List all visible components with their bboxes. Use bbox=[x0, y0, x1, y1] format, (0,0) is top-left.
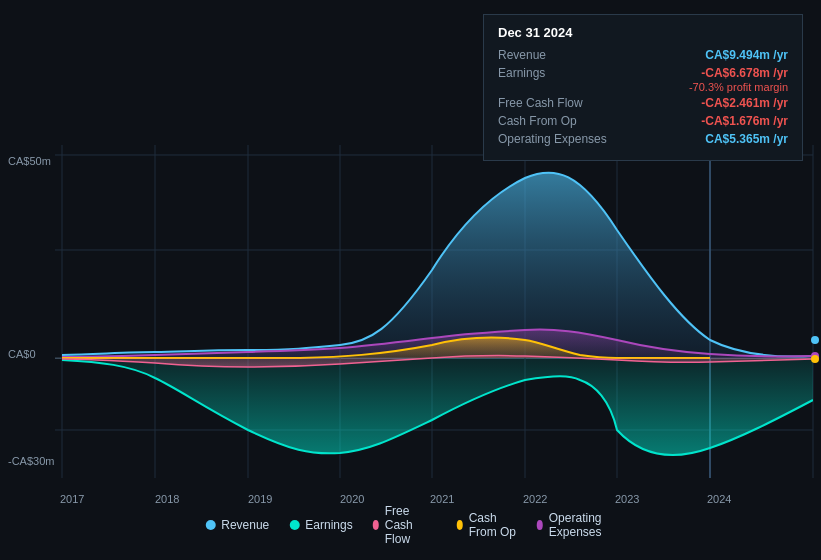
tooltip-row-fcf: Free Cash Flow -CA$2.461m /yr bbox=[498, 96, 788, 110]
legend-dot-opex bbox=[537, 520, 543, 530]
tooltip-row-opex: Operating Expenses CA$5.365m /yr bbox=[498, 132, 788, 146]
legend-label-fcf: Free Cash Flow bbox=[385, 504, 437, 546]
tooltip-label-fcf: Free Cash Flow bbox=[498, 96, 618, 110]
tooltip-value-revenue: CA$9.494m /yr bbox=[705, 48, 788, 62]
tooltip-value-opex: CA$5.365m /yr bbox=[705, 132, 788, 146]
data-tooltip: Dec 31 2024 Revenue CA$9.494m /yr Earnin… bbox=[483, 14, 803, 161]
legend-dot-fcf bbox=[373, 520, 379, 530]
tooltip-date: Dec 31 2024 bbox=[498, 25, 788, 40]
legend-dot-earnings bbox=[289, 520, 299, 530]
legend-dot-revenue bbox=[205, 520, 215, 530]
chart-legend: Revenue Earnings Free Cash Flow Cash Fro… bbox=[205, 504, 616, 546]
legend-label-earnings: Earnings bbox=[305, 518, 352, 532]
legend-label-opex: Operating Expenses bbox=[549, 511, 616, 539]
tooltip-profit-margin: -70.3% profit margin bbox=[498, 81, 788, 93]
tooltip-value-fcf: -CA$2.461m /yr bbox=[701, 96, 788, 110]
legend-dot-cashfromop bbox=[457, 520, 463, 530]
legend-revenue[interactable]: Revenue bbox=[205, 518, 269, 532]
tooltip-row-earnings: Earnings -CA$6.678m /yr bbox=[498, 66, 788, 80]
legend-fcf[interactable]: Free Cash Flow bbox=[373, 504, 437, 546]
legend-label-cashfromop: Cash From Op bbox=[469, 511, 517, 539]
svg-point-17 bbox=[811, 355, 819, 363]
tooltip-row-cashfromop: Cash From Op -CA$1.676m /yr bbox=[498, 114, 788, 128]
tooltip-label-earnings: Earnings bbox=[498, 66, 618, 80]
tooltip-value-earnings: -CA$6.678m /yr bbox=[701, 66, 788, 80]
legend-label-revenue: Revenue bbox=[221, 518, 269, 532]
legend-cashfromop[interactable]: Cash From Op bbox=[457, 511, 517, 539]
tooltip-value-cashfromop: -CA$1.676m /yr bbox=[701, 114, 788, 128]
tooltip-label-opex: Operating Expenses bbox=[498, 132, 618, 146]
tooltip-label-revenue: Revenue bbox=[498, 48, 618, 62]
legend-earnings[interactable]: Earnings bbox=[289, 518, 352, 532]
tooltip-label-cashfromop: Cash From Op bbox=[498, 114, 618, 128]
svg-point-16 bbox=[811, 336, 819, 344]
tooltip-row-revenue: Revenue CA$9.494m /yr bbox=[498, 48, 788, 62]
legend-opex[interactable]: Operating Expenses bbox=[537, 511, 616, 539]
